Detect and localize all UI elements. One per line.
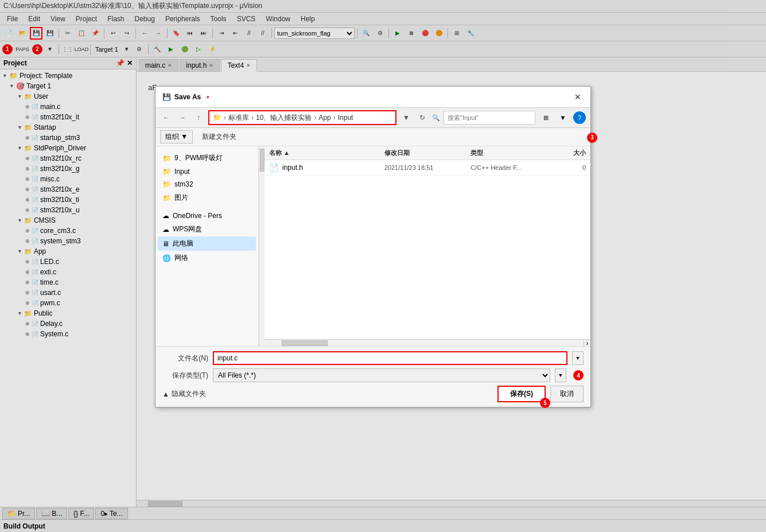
- nav-back-btn[interactable]: ←: [160, 111, 173, 124]
- sidebar-wrapper: 📁 9、PWM呼吸灯 📁 Input 📁 stm32 📁 图片: [155, 146, 265, 346]
- filetype-dropdown-btn[interactable]: ▼: [555, 368, 566, 382]
- sidebar-network-label: 网络: [174, 253, 188, 263]
- sidebar-onedrive[interactable]: ☁ OneDrive - Pers: [158, 209, 256, 222]
- sidebar-wps-label: WPS网盘: [173, 224, 202, 234]
- folder-icon: 📁: [162, 180, 171, 188]
- hide-folders-link[interactable]: ▲ 隐藏文件夹: [162, 389, 206, 399]
- breadcrumb-bar: 📁 › 标准库 › 10、输入捕获实验 › App › Input: [208, 110, 396, 125]
- search-icon: 🔍: [432, 114, 440, 122]
- file-list-hscroll-thumb[interactable]: [282, 340, 328, 346]
- breadcrumb-sep1: ›: [224, 114, 226, 122]
- onedrive-icon: ☁: [162, 212, 169, 220]
- folder-icon: 📁: [162, 154, 171, 162]
- breadcrumb-app[interactable]: App: [318, 114, 330, 122]
- folder-icon: 📁: [162, 194, 171, 202]
- dialog-sidebar: 📁 9、PWM呼吸灯 📁 Input 📁 stm32 📁 图片: [155, 146, 259, 346]
- view-dropdown-btn[interactable]: ▼: [556, 111, 570, 124]
- file-list-empty: [265, 176, 590, 339]
- filename-dropdown-btn[interactable]: ▼: [572, 351, 584, 365]
- breadcrumb-stdlib[interactable]: 标准库: [228, 113, 249, 123]
- pc-icon: 🖥: [162, 240, 169, 248]
- hscroll-right-arrow[interactable]: ›: [584, 340, 590, 346]
- breadcrumb-input[interactable]: Input: [338, 114, 353, 122]
- network-icon: 🌐: [162, 254, 171, 262]
- breadcrumb-sep3: ›: [314, 114, 316, 122]
- dialog-toolbar: ← → ↑ 📁 › 标准库 › 10、输入捕获实验 › App › Input …: [155, 108, 590, 128]
- filename-row: 文件名(N) ▼: [162, 351, 584, 365]
- nav-up-btn[interactable]: ↑: [192, 111, 205, 124]
- file-type: C/C++ Header F...: [471, 164, 557, 171]
- dialog-title: 💾 Save As •: [162, 93, 209, 101]
- file-list-header: 名称 ▲ 修改日期 类型 大小: [265, 146, 590, 160]
- breadcrumb-root-icon: 📁: [213, 114, 221, 122]
- dialog-footer: 文件名(N) ▼ 保存类型(T) All Files (*.*) ▼ 4 ▲ 隐…: [155, 346, 590, 407]
- filename-input[interactable]: [213, 351, 567, 365]
- filetype-select[interactable]: All Files (*.*): [213, 368, 550, 382]
- hide-folders-chevron: ▲: [162, 390, 169, 398]
- dialog-buttons: 保存(S) 5 取消: [497, 386, 584, 402]
- sidebar-thispc-label: 此电脑: [173, 239, 193, 248]
- file-name: input.h: [282, 164, 303, 172]
- sidebar-network[interactable]: 🌐 网络: [158, 251, 256, 265]
- new-folder-btn[interactable]: 新建文件夹: [197, 131, 241, 143]
- nav-refresh-btn[interactable]: ↻: [416, 111, 429, 124]
- sidebar-input-label: Input: [174, 168, 190, 176]
- cancel-button[interactable]: 取消: [550, 386, 584, 402]
- modal-overlay: 💾 Save As • ✕ ← → ↑ 📁 › 标准库 › 10、输入捕获实验 …: [0, 0, 766, 532]
- save-btn-wrapper: 保存(S) 5: [497, 386, 546, 402]
- dialog-title-bar: 💾 Save As • ✕: [155, 87, 590, 108]
- col-name[interactable]: 名称 ▲: [269, 149, 384, 157]
- dialog-body: 📁 9、PWM呼吸灯 📁 Input 📁 stm32 📁 图片: [155, 146, 590, 346]
- organize-label: 组织 ▼: [165, 132, 188, 142]
- breadcrumb-exp[interactable]: 10、输入捕获实验: [256, 113, 312, 123]
- col-size[interactable]: 大小: [557, 149, 586, 157]
- file-list-area: 名称 ▲ 修改日期 类型 大小 📄 input.h 2021/11/23 18:…: [265, 146, 590, 346]
- badge-4: 4: [573, 370, 584, 380]
- breadcrumb-sep4: ›: [333, 114, 336, 122]
- sidebar-pwm[interactable]: 📁 9、PWM呼吸灯: [158, 151, 256, 165]
- sidebar-vscroll[interactable]: [259, 146, 265, 346]
- sidebar-vscroll-thumb[interactable]: [260, 149, 265, 172]
- file-list-hscroll[interactable]: ›: [265, 339, 590, 346]
- view-options-btn[interactable]: ⊞: [539, 111, 553, 124]
- new-folder-label: 新建文件夹: [202, 133, 236, 141]
- dialog-actions: ▲ 隐藏文件夹 保存(S) 5 取消: [162, 386, 584, 402]
- nav-fwd-btn[interactable]: →: [176, 111, 189, 124]
- sidebar-input[interactable]: 📁 Input: [158, 165, 256, 178]
- badge-3: 3: [587, 133, 597, 143]
- nav-dropdown-btn[interactable]: ▼: [400, 111, 413, 124]
- sidebar-stm32[interactable]: 📁 stm32: [158, 178, 256, 191]
- organize-btn[interactable]: 组织 ▼: [160, 130, 193, 143]
- save-as-dialog: 💾 Save As • ✕ ← → ↑ 📁 › 标准库 › 10、输入捕获实验 …: [155, 86, 591, 407]
- sidebar-wps[interactable]: ☁ WPS网盘: [158, 222, 256, 236]
- file-row-input-h[interactable]: 📄 input.h 2021/11/23 18:51 C/C++ Header …: [265, 160, 590, 176]
- sidebar-pwm-label: 9、PWM呼吸灯: [174, 153, 223, 163]
- file-date: 2021/11/23 18:51: [384, 164, 471, 171]
- file-size: 0: [557, 164, 586, 171]
- dialog-title-icon: 💾: [162, 93, 171, 101]
- filetype-label: 保存类型(T): [162, 371, 208, 380]
- breadcrumb-sep2: ›: [251, 114, 254, 122]
- sidebar-onedrive-label: OneDrive - Pers: [173, 212, 222, 220]
- sidebar-spacer: [158, 205, 256, 209]
- dialog-title-text: Save As: [174, 93, 201, 101]
- save-button[interactable]: 保存(S): [497, 386, 546, 402]
- filetype-row: 保存类型(T) All Files (*.*) ▼ 4: [162, 368, 584, 382]
- dialog-close-btn[interactable]: ✕: [572, 91, 584, 103]
- sidebar-pictures-label: 图片: [174, 193, 188, 203]
- help-btn[interactable]: ?: [573, 111, 586, 124]
- search-input[interactable]: [444, 111, 535, 125]
- dialog-red-dot: •: [207, 93, 209, 101]
- file-doc-icon: 📄: [269, 163, 279, 172]
- badge-5: 5: [540, 398, 550, 408]
- folder-icon: 📁: [162, 168, 171, 176]
- hide-folders-label: 隐藏文件夹: [172, 389, 206, 399]
- sidebar-stm32-label: stm32: [174, 180, 193, 188]
- dialog-subtoolbar: 组织 ▼ 新建文件夹 3: [155, 128, 590, 146]
- col-date[interactable]: 修改日期: [384, 149, 471, 157]
- col-type[interactable]: 类型: [471, 149, 557, 157]
- filename-label: 文件名(N): [162, 354, 208, 363]
- sidebar-thispc[interactable]: 🖥 此电脑: [158, 236, 256, 251]
- sidebar-pictures[interactable]: 📁 图片: [158, 191, 256, 205]
- wps-icon: ☁: [162, 226, 169, 234]
